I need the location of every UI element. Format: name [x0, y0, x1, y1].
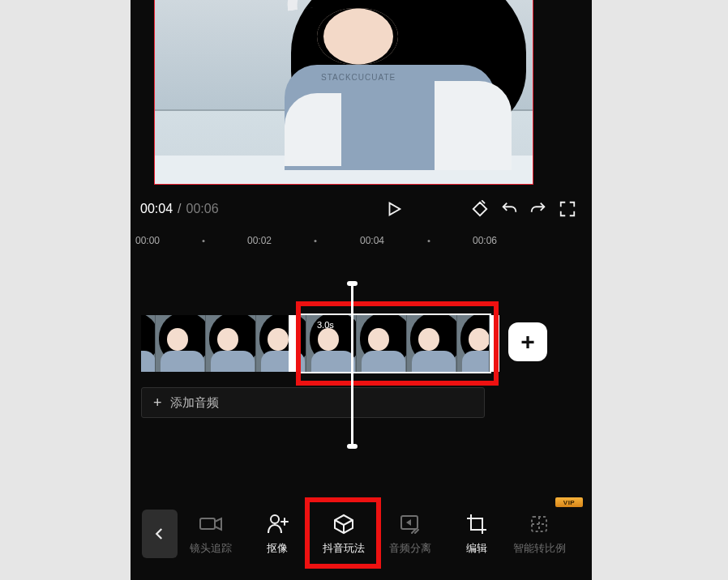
camera-track-icon — [199, 513, 223, 535]
add-audio-button[interactable]: + 添加音频 — [141, 387, 485, 418]
tool-label: 音频分离 — [389, 541, 431, 556]
tool-cutout[interactable]: 抠像 — [244, 505, 310, 563]
plus-icon: + — [520, 330, 535, 354]
tool-label: 智能转比例 — [513, 541, 566, 556]
redo-button[interactable] — [524, 194, 553, 224]
keyframe-button[interactable] — [465, 194, 495, 224]
playhead[interactable] — [351, 284, 353, 446]
ruler-dot — [315, 240, 317, 242]
tool-camera-track[interactable]: 镜头追踪 — [178, 505, 244, 563]
tool-label: 抠像 — [267, 541, 288, 556]
ruler-mark: 00:02 — [247, 235, 272, 246]
back-button[interactable] — [142, 510, 178, 558]
tool-smart-ratio[interactable]: 智能转比例 — [510, 505, 568, 563]
add-audio-label: 添加音频 — [170, 395, 219, 411]
tool-label: 抖音玩法 — [323, 541, 365, 556]
ruler-mark: 00:04 — [360, 235, 384, 246]
tool-douyin-play[interactable]: 抖音玩法 — [310, 505, 377, 563]
timeline[interactable]: 3.0s + — [131, 298, 592, 389]
tool-edit[interactable]: 编辑 — [443, 505, 510, 563]
clip-thumbnail[interactable] — [256, 315, 306, 372]
app-stage: STACKCUCUATE 00:04 / 00:06 00:00 00:02 0… — [131, 0, 592, 580]
vip-badge: VIP — [555, 497, 583, 507]
undo-button[interactable] — [495, 194, 524, 224]
fullscreen-button[interactable] — [553, 194, 582, 224]
ruler-dot — [428, 240, 430, 242]
svg-rect-0 — [200, 518, 215, 529]
cutout-icon — [265, 513, 289, 535]
video-preview[interactable]: STACKCUCUATE — [155, 0, 533, 184]
transport-bar: 00:04 / 00:06 — [131, 194, 592, 224]
preview-face — [317, 8, 398, 65]
ruler-mark: 00:06 — [473, 235, 497, 246]
tool-audio-split[interactable]: 音频分离 — [377, 505, 443, 563]
clip-thumbnail[interactable] — [357, 315, 407, 372]
audio-split-icon — [398, 513, 422, 535]
clip-thumbnail[interactable] — [156, 315, 206, 372]
ruler-dot — [203, 240, 205, 242]
clip-thumbnail[interactable] — [206, 315, 256, 372]
clip-thumbnail[interactable] — [457, 315, 490, 372]
crop-icon — [465, 513, 489, 535]
preview-shirt-text: STACKCUCUATE — [321, 73, 396, 82]
tool-label: 编辑 — [466, 541, 487, 556]
svg-point-1 — [271, 515, 279, 523]
play-button[interactable] — [379, 194, 409, 224]
time-total: 00:06 — [186, 202, 219, 216]
time-separator: / — [178, 202, 181, 216]
ruler-mark: 00:00 — [135, 235, 160, 246]
plus-icon: + — [153, 394, 162, 412]
add-clip-button[interactable]: + — [508, 322, 547, 361]
smart-ratio-icon — [527, 513, 551, 535]
clip-thumbnail[interactable] — [407, 315, 457, 372]
clip-thumbnail[interactable] — [141, 315, 156, 372]
cube-icon — [332, 513, 356, 535]
tool-label: 镜头追踪 — [190, 541, 232, 556]
bottom-toolbar: 镜头追踪 抠像 抖音玩法 音频分离 编辑 — [131, 499, 592, 569]
timeline-ruler[interactable]: 00:00 00:02 00:04 00:06 — [131, 235, 592, 251]
clip-duration-label: 3.0s — [317, 320, 334, 330]
time-current: 00:04 — [140, 202, 173, 216]
